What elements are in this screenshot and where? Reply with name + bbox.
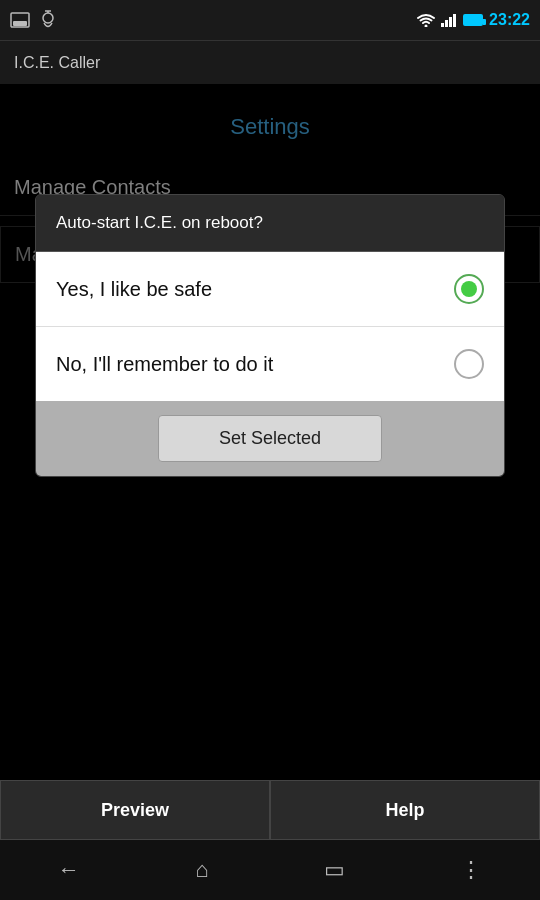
svg-rect-6 [441, 23, 444, 27]
svg-point-2 [43, 13, 53, 23]
svg-rect-1 [13, 21, 27, 26]
svg-rect-9 [453, 14, 456, 27]
dialog-overlay: Auto-start I.C.E. on reboot? Yes, I like… [0, 84, 540, 780]
dialog-option-no[interactable]: No, I'll remember to do it [36, 327, 504, 401]
gallery-icon [10, 12, 30, 28]
preview-button[interactable]: Preview [0, 780, 270, 840]
recent-icon[interactable]: ▭ [324, 857, 345, 883]
dialog-option-yes[interactable]: Yes, I like be safe [36, 252, 504, 327]
phone-icon [38, 10, 58, 30]
svg-rect-7 [445, 20, 448, 27]
app-title-bar: I.C.E. Caller [0, 40, 540, 84]
dialog-option-yes-label: Yes, I like be safe [56, 278, 212, 301]
dialog: Auto-start I.C.E. on reboot? Yes, I like… [35, 194, 505, 477]
status-bar: 23:22 [0, 0, 540, 40]
radio-btn-no[interactable] [454, 349, 484, 379]
app-title: I.C.E. Caller [14, 54, 100, 72]
dialog-options: Yes, I like be safe No, I'll remember to… [36, 252, 504, 401]
signal-icon [441, 13, 457, 27]
radio-btn-yes[interactable] [454, 274, 484, 304]
nav-bar: ← ⌂ ▭ ⋮ [0, 840, 540, 900]
back-icon[interactable]: ← [58, 857, 80, 883]
dialog-footer: Set Selected [36, 401, 504, 476]
help-button[interactable]: Help [270, 780, 540, 840]
dialog-title: Auto-start I.C.E. on reboot? [36, 195, 504, 252]
bottom-buttons: Preview Help [0, 780, 540, 840]
status-bar-right: 23:22 [417, 11, 530, 29]
dialog-option-no-label: No, I'll remember to do it [56, 353, 273, 376]
wifi-icon [417, 13, 435, 27]
battery-icon [463, 14, 483, 26]
status-bar-left [10, 10, 58, 30]
status-time: 23:22 [489, 11, 530, 29]
menu-icon[interactable]: ⋮ [460, 857, 482, 883]
home-icon[interactable]: ⌂ [195, 857, 208, 883]
svg-point-5 [425, 25, 428, 28]
set-selected-button[interactable]: Set Selected [158, 415, 382, 462]
svg-rect-8 [449, 17, 452, 27]
